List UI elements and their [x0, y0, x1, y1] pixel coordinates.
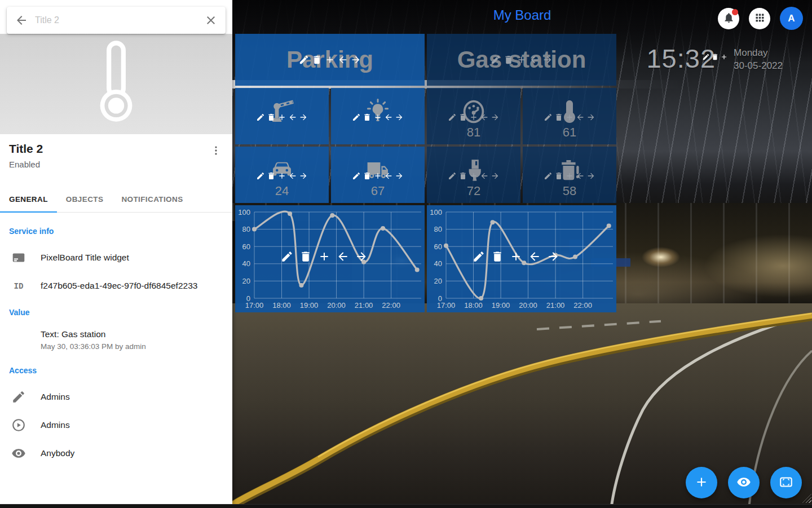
svg-text:ID: ID [14, 282, 24, 291]
arrow-right-icon[interactable] [395, 113, 404, 122]
trash-icon[interactable] [711, 53, 719, 61]
trash-icon[interactable] [312, 55, 323, 65]
notifications-button[interactable] [718, 8, 739, 29]
svg-text:40: 40 [434, 259, 442, 268]
trash-icon[interactable] [299, 250, 312, 263]
plus-icon[interactable] [565, 113, 574, 122]
tab-notifications[interactable]: NOTIFICATIONS [112, 186, 192, 212]
arrow-right-icon[interactable] [542, 55, 553, 65]
pencil-icon[interactable] [352, 113, 361, 122]
widget-tile-toilet[interactable]: 72 [427, 147, 520, 203]
title-tile-gas-station[interactable]: Gas station [427, 34, 616, 86]
pencil-icon[interactable] [544, 171, 553, 180]
plus-icon[interactable] [373, 113, 382, 122]
svg-text:100: 100 [430, 208, 442, 217]
pencil-icon[interactable] [448, 113, 457, 122]
plus-icon[interactable] [720, 53, 728, 61]
arrow-left-icon[interactable] [576, 113, 585, 122]
arrow-right-icon[interactable] [546, 250, 559, 263]
svg-text:19:00: 19:00 [300, 301, 319, 310]
avatar[interactable]: A [780, 7, 803, 30]
trash-icon[interactable] [363, 113, 372, 122]
fit-screen-button[interactable] [770, 467, 802, 498]
arrow-right-icon[interactable] [395, 171, 404, 180]
widget-tile-car[interactable]: 24 [235, 147, 329, 203]
plus-icon[interactable] [277, 171, 286, 180]
plus-icon[interactable] [469, 171, 478, 180]
tile-controls [352, 171, 404, 180]
pencil-icon[interactable] [702, 53, 710, 61]
arrow-left-icon[interactable] [480, 171, 489, 180]
pencil-icon[interactable] [544, 113, 553, 122]
arrow-left-icon[interactable] [288, 113, 297, 122]
arrow-right-icon[interactable] [355, 250, 368, 263]
plus-icon[interactable] [277, 113, 286, 122]
pencil-icon[interactable] [299, 55, 310, 65]
apps-button[interactable] [749, 8, 770, 29]
add-widget-button[interactable] [686, 467, 717, 498]
close-icon[interactable] [204, 14, 218, 27]
panel-body: Service info PixelBoard Title widget ID … [0, 213, 232, 504]
arrow-right-icon[interactable] [299, 113, 308, 122]
trash-icon[interactable] [267, 171, 276, 180]
tile-controls [448, 171, 500, 180]
trash-icon[interactable] [458, 113, 467, 122]
arrow-right-icon[interactable] [491, 113, 500, 122]
widget-tile-truck[interactable]: 67 [331, 147, 425, 203]
plus-icon[interactable] [373, 171, 382, 180]
arrow-right-icon[interactable] [299, 171, 308, 180]
tab-objects[interactable]: OBJECTS [57, 186, 113, 212]
plus-icon[interactable] [325, 55, 336, 65]
widget-tile-barrier[interactable] [235, 88, 329, 144]
arrow-right-icon[interactable] [586, 171, 595, 180]
title-input[interactable] [35, 15, 197, 25]
arrow-left-icon[interactable] [384, 171, 393, 180]
trash-icon[interactable] [363, 171, 372, 180]
widget-tile-thermometer[interactable]: 61 [523, 88, 616, 144]
pencil-icon[interactable] [491, 55, 501, 65]
pencil-icon[interactable] [352, 171, 361, 180]
preview-button[interactable] [728, 467, 760, 498]
pencil-icon[interactable] [280, 250, 293, 263]
arrow-left-icon[interactable] [529, 55, 540, 65]
svg-text:20: 20 [434, 277, 442, 285]
trash-icon[interactable] [554, 113, 563, 122]
arrow-left-icon[interactable] [384, 113, 393, 122]
pencil-icon[interactable] [256, 171, 265, 180]
trash-icon[interactable] [267, 113, 276, 122]
arrow-left-icon[interactable] [288, 171, 297, 180]
trash-icon[interactable] [554, 171, 563, 180]
svg-text:0: 0 [246, 294, 250, 303]
title-tile-parking[interactable]: Parking [235, 34, 425, 86]
tab-general[interactable]: GENERAL [0, 186, 57, 212]
pencil-icon[interactable] [448, 171, 457, 180]
plus-icon[interactable] [469, 113, 478, 122]
chart-tile-2[interactable]: 17:0018:0019:0020:0021:0022:000204060801… [427, 205, 616, 312]
trash-icon[interactable] [491, 250, 504, 263]
widget-tile-light[interactable] [331, 88, 425, 144]
widget-tile-waste[interactable]: 58 [523, 147, 616, 203]
trash-icon[interactable] [504, 55, 514, 65]
arrow-right-icon[interactable] [351, 55, 361, 65]
plus-icon[interactable] [509, 250, 522, 263]
arrow-left-icon[interactable] [576, 171, 585, 180]
clock-widget[interactable]: 15:32 Monday 30-05-2022 [646, 45, 783, 73]
arrow-right-icon[interactable] [586, 113, 595, 122]
svg-text:80: 80 [242, 225, 250, 233]
back-arrow-icon[interactable] [15, 14, 28, 27]
plus-icon[interactable] [317, 250, 330, 263]
arrow-left-icon[interactable] [338, 55, 348, 65]
board-title[interactable]: My Board [493, 7, 551, 23]
arrow-left-icon[interactable] [528, 250, 541, 263]
trash-icon[interactable] [458, 171, 467, 180]
arrow-left-icon[interactable] [480, 113, 489, 122]
chart-tile-1[interactable]: 17:0018:0019:0020:0021:0022:000204060801… [235, 205, 425, 312]
plus-icon[interactable] [517, 55, 527, 65]
pencil-icon[interactable] [472, 250, 485, 263]
more-menu-icon[interactable] [210, 144, 223, 158]
widget-tile-gauge[interactable]: 81 [427, 88, 520, 144]
arrow-right-icon[interactable] [491, 171, 500, 180]
pencil-icon[interactable] [256, 113, 265, 122]
arrow-left-icon[interactable] [336, 250, 349, 263]
plus-icon[interactable] [565, 171, 574, 180]
